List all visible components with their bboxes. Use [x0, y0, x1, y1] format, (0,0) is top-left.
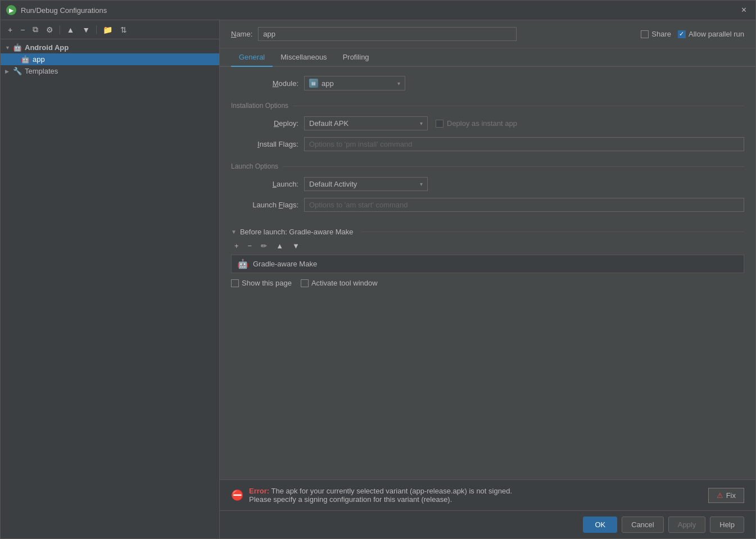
templates-label: Templates	[25, 67, 58, 75]
module-row: Module: ▤ app ▾	[231, 76, 744, 90]
parallel-checkbox[interactable]	[678, 30, 686, 38]
module-icon: ▤	[309, 79, 318, 88]
fix-button[interactable]: ⚠ Fix	[708, 488, 744, 503]
activate-window-checkbox[interactable]	[301, 279, 309, 287]
apply-button[interactable]: Apply	[668, 517, 706, 533]
launch-options-label: Launch Options	[231, 162, 278, 170]
down-config-button[interactable]: ▼	[79, 24, 93, 36]
deploy-row: Deploy: Default APK ▾ Deploy as instant …	[231, 116, 744, 130]
android-app-icon: 🤖	[13, 43, 22, 52]
instant-app-row: Deploy as instant app	[436, 119, 517, 128]
before-launch-down-button[interactable]: ▼	[289, 241, 303, 251]
launch-row: Launch: Default Activity ▾	[231, 177, 744, 191]
show-page-label: Show this page	[242, 279, 292, 287]
header-right: Share Allow parallel run	[641, 30, 744, 38]
templates-expand-icon: ▶	[5, 69, 13, 74]
error-banner: ⛔ Error: The apk for your currently sele…	[220, 479, 755, 510]
remove-config-button[interactable]: −	[17, 24, 28, 36]
app-run-icon: 🤖	[21, 55, 30, 64]
name-label: Name:	[231, 30, 252, 38]
show-page-checkbox[interactable]	[231, 279, 239, 287]
up-config-button[interactable]: ▲	[64, 24, 77, 36]
before-launch-up-button[interactable]: ▲	[273, 241, 287, 251]
tree-item-android-app[interactable]: ▼ 🤖 Android App	[1, 42, 219, 53]
install-flags-row: Install Flags:	[231, 137, 744, 151]
config-tree: ▼ 🤖 Android App 🤖 app ▶ 🔧 Templates	[1, 39, 219, 538]
installation-section-header: Installation Options	[231, 102, 744, 110]
settings-config-button[interactable]: ⚙	[43, 24, 56, 36]
sort-config-button[interactable]: ⇅	[117, 24, 130, 36]
share-label: Share	[651, 30, 671, 38]
share-checkbox[interactable]	[641, 30, 649, 38]
add-config-button[interactable]: +	[5, 24, 15, 36]
launch-flags-row: Launch Flags:	[231, 198, 744, 212]
gradle-item-label: Gradle-aware Make	[253, 260, 317, 268]
right-panel: Name: Share Allow parallel run General	[220, 20, 755, 538]
tab-general[interactable]: General	[231, 48, 273, 67]
share-row: Share	[641, 30, 671, 38]
instant-app-checkbox	[436, 120, 443, 128]
title-bar: ▶ Run/Debug Configurations ×	[1, 1, 755, 20]
close-button[interactable]: ×	[738, 4, 750, 16]
deploy-label: Deploy:	[231, 119, 298, 128]
installation-label: Installation Options	[231, 102, 288, 110]
launch-section-header: Launch Options	[231, 162, 744, 170]
installation-line	[293, 106, 744, 106]
app-icon: ▶	[6, 5, 16, 15]
gradle-aware-make-item[interactable]: 🤖 Gradle-aware Make	[231, 255, 744, 273]
help-button[interactable]: Help	[710, 517, 744, 533]
module-label: Module:	[231, 79, 298, 88]
module-value: app	[322, 79, 394, 88]
tab-miscellaneous[interactable]: Miscellaneous	[273, 48, 334, 67]
before-launch-edit-button[interactable]: ✏	[257, 241, 270, 251]
activate-window-checkbox-row[interactable]: Activate tool window	[301, 279, 378, 287]
error-icon: ⛔	[231, 489, 243, 501]
copy-config-button[interactable]: ⧉	[30, 23, 41, 36]
activate-window-label: Activate tool window	[311, 279, 378, 287]
ok-button[interactable]: OK	[583, 517, 617, 533]
before-launch-remove-button[interactable]: −	[245, 241, 256, 251]
launch-flags-input[interactable]	[304, 198, 744, 212]
android-app-label: Android App	[25, 43, 69, 52]
before-launch-add-button[interactable]: +	[231, 241, 242, 251]
deploy-value: Default APK	[309, 119, 417, 128]
tree-item-app[interactable]: 🤖 app	[1, 53, 219, 65]
before-launch-label: Before launch: Gradle-aware Make	[240, 228, 354, 236]
fix-icon: ⚠	[717, 491, 723, 500]
launch-dropdown-arrow: ▾	[420, 181, 423, 187]
show-page-checkbox-row[interactable]: Show this page	[231, 279, 292, 287]
cancel-button[interactable]: Cancel	[622, 517, 663, 533]
instant-app-label: Deploy as instant app	[447, 119, 517, 128]
toolbar-divider	[60, 25, 60, 34]
left-panel: + − ⧉ ⚙ ▲ ▼ 📁 ⇅ ▼ 🤖 Android App	[1, 20, 220, 538]
launch-select[interactable]: Default Activity ▾	[304, 177, 428, 191]
error-text: Error: The apk for your currently select…	[249, 487, 703, 504]
templates-icon: 🔧	[13, 67, 22, 75]
app-label: app	[33, 55, 45, 64]
before-launch-line	[361, 232, 744, 232]
launch-value: Default Activity	[309, 180, 417, 188]
module-dropdown-arrow: ▾	[397, 80, 400, 87]
parallel-label: Allow parallel run	[689, 30, 744, 38]
name-row: Name: Share Allow parallel run	[220, 20, 755, 48]
install-flags-label: Install Flags:	[231, 140, 298, 148]
collapse-icon[interactable]: ▼	[231, 229, 237, 235]
tab-profiling[interactable]: Profiling	[335, 48, 377, 67]
parallel-row: Allow parallel run	[678, 30, 744, 38]
before-launch-toolbar: + − ✏ ▲ ▼	[231, 241, 744, 251]
install-flags-input[interactable]	[304, 137, 744, 151]
launch-line	[283, 166, 744, 167]
deploy-group: Default APK ▾ Deploy as instant app	[304, 116, 517, 130]
main-content: Module: ▤ app ▾ Installation Options Dep…	[220, 67, 755, 479]
launch-flags-label: Launch Flags:	[231, 201, 298, 209]
before-launch-section: ▼ Before launch: Gradle-aware Make + − ✏…	[231, 228, 744, 287]
folder-config-button[interactable]: 📁	[100, 24, 115, 36]
show-page-row: Show this page Activate tool window	[231, 279, 744, 287]
name-input[interactable]	[258, 27, 517, 41]
tree-item-templates[interactable]: ▶ 🔧 Templates	[1, 65, 219, 77]
launch-label: Launch:	[231, 180, 298, 188]
deploy-dropdown-arrow: ▾	[420, 120, 423, 126]
deploy-select[interactable]: Default APK ▾	[304, 116, 428, 130]
dialog-title: Run/Debug Configurations	[21, 6, 738, 15]
module-select[interactable]: ▤ app ▾	[304, 76, 405, 90]
